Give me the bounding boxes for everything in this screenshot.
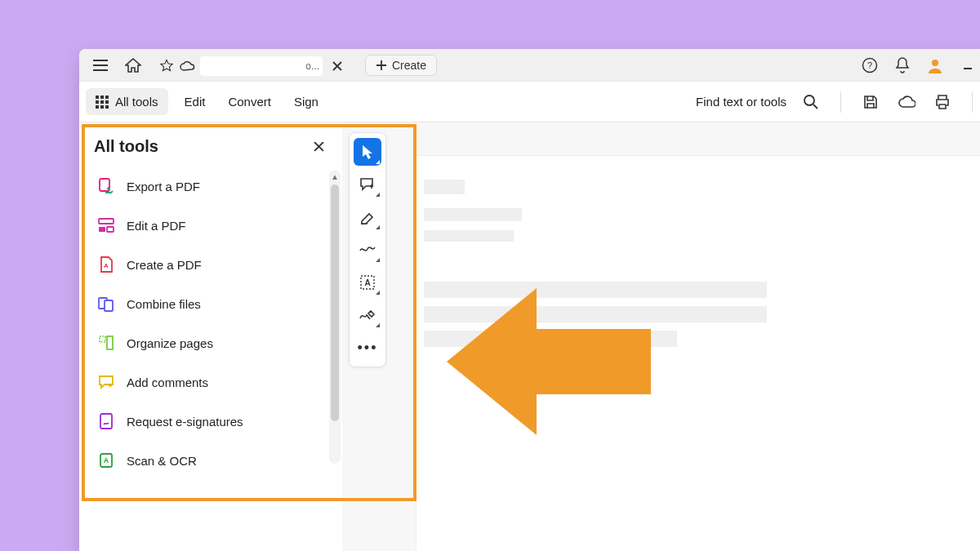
export-pdf-icon bbox=[97, 177, 115, 195]
tool-label: Combine files bbox=[127, 297, 201, 311]
more-tools-icon[interactable]: ••• bbox=[354, 334, 381, 362]
edit-pdf-icon bbox=[97, 216, 115, 234]
svg-text:A: A bbox=[104, 456, 109, 464]
svg-rect-10 bbox=[100, 105, 104, 109]
svg-rect-3 bbox=[96, 96, 99, 99]
svg-point-2 bbox=[932, 60, 938, 66]
grid-icon bbox=[96, 96, 109, 109]
svg-text:A: A bbox=[364, 278, 370, 287]
cloud-sync-icon[interactable] bbox=[893, 89, 920, 115]
find-text-label[interactable]: Find text or tools bbox=[696, 95, 788, 109]
tool-request-esign[interactable]: Request e-signatures bbox=[86, 402, 336, 440]
print-icon[interactable] bbox=[929, 89, 956, 115]
svg-rect-11 bbox=[105, 105, 109, 109]
main-area: All tools Export a PDF Edit a PDF A Crea… bbox=[79, 122, 980, 551]
svg-rect-21 bbox=[107, 336, 113, 349]
add-comment-icon[interactable] bbox=[354, 171, 381, 198]
tool-add-comments[interactable]: Add comments bbox=[86, 363, 336, 401]
tool-label: Create a PDF bbox=[127, 258, 202, 272]
menu-convert[interactable]: Convert bbox=[221, 90, 278, 113]
svg-text:A: A bbox=[104, 262, 109, 269]
text-select-icon[interactable]: A bbox=[354, 269, 381, 296]
tool-label: Organize pages bbox=[127, 336, 213, 350]
title-bar: o... Create ? bbox=[79, 49, 980, 82]
svg-rect-20 bbox=[100, 336, 105, 342]
comments-icon bbox=[97, 373, 115, 391]
svg-rect-22 bbox=[100, 414, 112, 429]
cloud-icon bbox=[179, 60, 195, 72]
close-panel-icon[interactable] bbox=[310, 138, 327, 155]
svg-rect-9 bbox=[96, 105, 99, 109]
all-tools-button[interactable]: All tools bbox=[86, 88, 168, 115]
svg-rect-7 bbox=[100, 100, 104, 104]
scroll-up-icon[interactable]: ▲ bbox=[329, 170, 341, 183]
menu-sign[interactable]: Sign bbox=[287, 90, 325, 113]
document-tab-label: o... bbox=[200, 56, 323, 76]
esign-icon bbox=[97, 412, 115, 430]
tool-combine-files[interactable]: Combine files bbox=[86, 285, 336, 322]
document-canvas[interactable] bbox=[416, 155, 980, 551]
notifications-icon[interactable] bbox=[889, 52, 915, 78]
svg-rect-14 bbox=[99, 219, 114, 224]
svg-point-12 bbox=[804, 96, 814, 105]
account-icon[interactable] bbox=[922, 52, 948, 78]
tool-scan-ocr[interactable]: A Scan & OCR bbox=[86, 442, 336, 479]
toolbar: All tools Edit Convert Sign Find text or… bbox=[79, 82, 980, 122]
create-button[interactable]: Create bbox=[365, 55, 437, 76]
svg-text:?: ? bbox=[867, 60, 872, 70]
scrollbar-thumb[interactable] bbox=[331, 184, 339, 421]
tool-list: Export a PDF Edit a PDF A Create a PDF C… bbox=[79, 167, 342, 479]
help-icon[interactable]: ? bbox=[857, 52, 883, 78]
tool-label: Export a PDF bbox=[127, 180, 200, 193]
tool-create-pdf[interactable]: A Create a PDF bbox=[86, 246, 336, 283]
menu-edit[interactable]: Edit bbox=[178, 90, 212, 113]
search-icon[interactable] bbox=[798, 89, 824, 115]
svg-rect-19 bbox=[105, 300, 113, 311]
svg-rect-5 bbox=[105, 96, 109, 99]
svg-rect-16 bbox=[107, 227, 114, 232]
signature-icon[interactable] bbox=[354, 301, 381, 329]
home-icon[interactable] bbox=[120, 52, 146, 78]
svg-rect-8 bbox=[105, 100, 109, 104]
draw-freeform-icon[interactable] bbox=[354, 236, 381, 264]
all-tools-panel: All tools Export a PDF Edit a PDF A Crea… bbox=[79, 122, 342, 551]
close-tab-icon[interactable] bbox=[327, 56, 347, 76]
organize-icon bbox=[97, 334, 115, 352]
quick-tools-strip: A ••• bbox=[349, 132, 386, 367]
ellipsis-icon: ••• bbox=[358, 340, 378, 355]
plus-icon bbox=[376, 60, 387, 71]
svg-rect-4 bbox=[100, 96, 104, 99]
create-button-label: Create bbox=[392, 59, 426, 72]
save-icon[interactable] bbox=[858, 89, 884, 115]
divider bbox=[972, 91, 973, 113]
tool-label: Request e-signatures bbox=[127, 415, 243, 429]
divider bbox=[840, 91, 841, 113]
scan-ocr-icon: A bbox=[97, 451, 115, 469]
create-pdf-icon: A bbox=[97, 256, 115, 273]
app-window: o... Create ? A bbox=[79, 49, 980, 551]
select-tool-icon[interactable] bbox=[354, 138, 381, 166]
combine-icon bbox=[97, 295, 115, 313]
svg-rect-15 bbox=[99, 227, 105, 232]
document-tab[interactable]: o... bbox=[153, 51, 352, 81]
doc-tab-suffix: o... bbox=[305, 60, 319, 72]
window-minimize-icon[interactable] bbox=[955, 52, 980, 78]
panel-title: All tools bbox=[94, 137, 158, 156]
highlight-icon[interactable] bbox=[354, 203, 381, 231]
hamburger-menu-icon[interactable] bbox=[87, 52, 114, 78]
tool-label: Scan & OCR bbox=[127, 454, 197, 468]
tool-edit-pdf[interactable]: Edit a PDF bbox=[86, 207, 336, 244]
tool-label: Edit a PDF bbox=[127, 219, 186, 233]
tool-label: Add comments bbox=[127, 375, 208, 389]
svg-rect-6 bbox=[96, 100, 99, 104]
tool-export-pdf[interactable]: Export a PDF bbox=[86, 167, 336, 205]
star-icon[interactable] bbox=[159, 59, 174, 73]
panel-scrollbar[interactable]: ▲ bbox=[329, 170, 341, 464]
svg-marker-25 bbox=[363, 145, 372, 159]
tool-organize-pages[interactable]: Organize pages bbox=[86, 324, 336, 362]
all-tools-label: All tools bbox=[115, 95, 158, 109]
